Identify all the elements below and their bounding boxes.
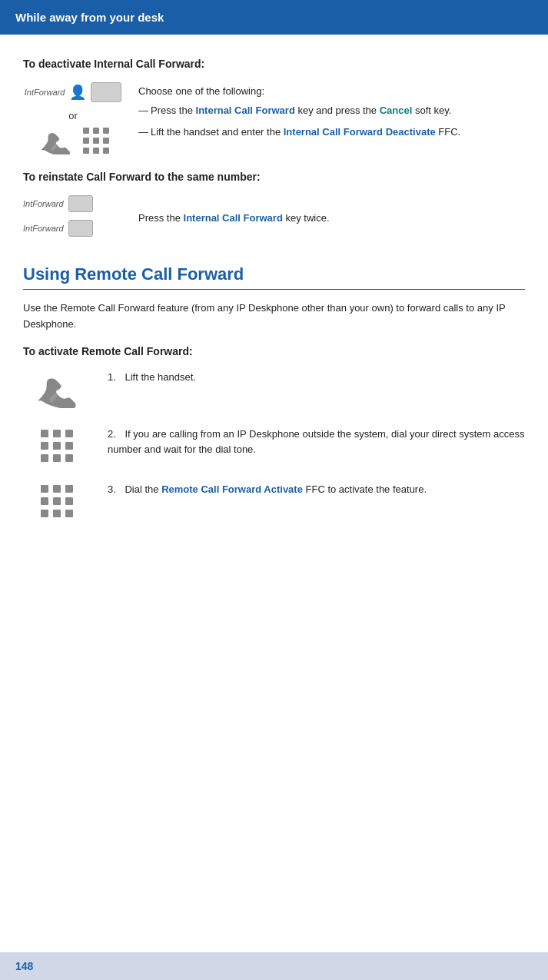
deactivate-text-column: Choose one of the following: Press the I… (138, 82, 525, 145)
intforward-label-2: IntForward (23, 199, 64, 208)
activate-section: To activate Remote Call Forward: 1. Lift… (23, 345, 525, 519)
remote-heading: Using Remote Call Forward (23, 264, 525, 284)
step3-before: Dial the (125, 483, 161, 495)
bullet1-mid: key and press the (295, 105, 380, 116)
bullet1-link1: Internal Call Forward (196, 105, 295, 116)
intforward-label-1: IntForward (25, 88, 65, 97)
deactivate-title: To deactivate Internal Call Forward: (23, 58, 525, 70)
step3-number: 3. (108, 483, 116, 495)
step2-icon-col (23, 427, 92, 463)
choose-text: Choose one of the following: (138, 85, 525, 97)
bullet-item-2: Lift the handset and enter the Internal … (138, 125, 525, 140)
remote-description: Use the Remote Call Forward feature (fro… (23, 301, 525, 333)
reinstate-link: Internal Call Forward (184, 212, 283, 224)
handset-row (35, 128, 111, 155)
footer-bar: 148 (0, 952, 548, 980)
step-row-2: 2. If you are calling from an IP Deskpho… (23, 427, 525, 463)
reinstate-title: To reinstate Call Forward to the same nu… (23, 171, 525, 183)
handset-icon (35, 128, 78, 154)
step-row-3: 3. Dial the Remote Call Forward Activate… (23, 482, 525, 519)
intforward-row-1: IntForward 👤 (25, 82, 122, 102)
reinstate-before: Press the (138, 212, 184, 224)
step1-text: 1. Lift the handset. (108, 370, 525, 386)
main-content: To deactivate Internal Call Forward: Int… (0, 35, 548, 583)
person-icon: 👤 (69, 84, 86, 101)
step2-text: 2. If you are calling from an IP Deskpho… (108, 427, 525, 459)
reinstate-after: key twice. (283, 212, 330, 224)
reinstate-text: Press the Internal Call Forward key twic… (138, 211, 525, 227)
step3-after: FFC to activate the feature. (303, 483, 427, 495)
step-row-1: 1. Lift the handset. (23, 370, 525, 408)
step3-link: Remote Call Forward Activate (161, 483, 303, 495)
bullet1-after: soft key. (412, 105, 451, 116)
intforward-row-2: IntForward (23, 195, 123, 212)
deactivate-icon-column: IntForward 👤 or (23, 82, 123, 155)
bullet2-before: Lift the handset and enter the (151, 126, 284, 138)
double-key-col: IntForward IntForward (23, 195, 123, 241)
keypad-icon-3 (41, 485, 75, 519)
reinstate-section: To reinstate Call Forward to the same nu… (23, 171, 525, 241)
or-label: or (68, 110, 78, 121)
step1-number: 1. (108, 371, 116, 383)
keypad-icon-1 (83, 128, 111, 155)
step1-icon-col (23, 370, 92, 408)
page-number: 148 (15, 960, 33, 972)
keypad-icon-2 (41, 430, 75, 463)
intforward-row-3: IntForward (23, 220, 123, 237)
step2-content: If you are calling from an IP Deskphone … (108, 428, 524, 456)
step3-text: 3. Dial the Remote Call Forward Activate… (108, 482, 525, 498)
reinstate-layout: IntForward IntForward Press the Internal… (23, 195, 525, 241)
deactivate-section: To deactivate Internal Call Forward: Int… (23, 58, 525, 155)
page-header: While away from your desk (0, 0, 548, 35)
step2-number: 2. (108, 428, 116, 440)
handset-icon-large (31, 373, 85, 408)
key-button-3 (68, 220, 93, 237)
header-title: While away from your desk (15, 11, 164, 24)
section-divider (23, 289, 525, 290)
key-button-1 (91, 82, 121, 102)
key-button-2 (68, 195, 93, 212)
activate-title: To activate Remote Call Forward: (23, 345, 525, 357)
bullet2-after: FFC. (436, 126, 461, 138)
using-remote-section: Using Remote Call Forward Use the Remote… (23, 264, 525, 519)
bullet1-link2: Cancel (380, 105, 413, 116)
bullet1-before: Press the (151, 105, 196, 116)
bullet-item-1: Press the Internal Call Forward key and … (138, 103, 525, 118)
bullet-list: Press the Internal Call Forward key and … (138, 103, 525, 139)
deactivate-layout: IntForward 👤 or (23, 82, 525, 155)
bullet2-link: Internal Call Forward Deactivate (284, 126, 436, 138)
intforward-label-3: IntForward (23, 224, 64, 233)
step3-icon-col (23, 482, 92, 519)
step1-content: Lift the handset. (125, 371, 196, 383)
